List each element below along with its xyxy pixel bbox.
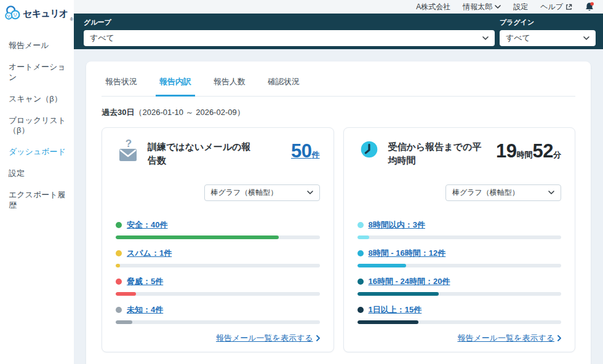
card-value-part: 50: [291, 140, 311, 162]
chevron-right-icon: [316, 335, 320, 341]
dashboard-card-0: ?訓練ではないメールの報告数50件棒グラフ（横軸型）安全：40件スパム：1件脅威…: [102, 127, 334, 352]
bar-label-text: 8時間以内：3件: [369, 220, 425, 231]
bar-group: 脅威：5件: [116, 276, 320, 296]
user-menu[interactable]: 情報太郎: [463, 2, 501, 12]
bar-group: 8時間以内：3件: [357, 220, 562, 239]
bar-track: [357, 320, 562, 324]
help-label: ヘルプ: [540, 2, 563, 12]
bar-label-text: 1日以上：15件: [369, 304, 422, 315]
tab-1[interactable]: 報告内訳: [156, 69, 195, 97]
registered-mark: ®: [70, 17, 73, 23]
bar-color-dot: [116, 279, 122, 285]
bar-color-dot: [357, 307, 364, 313]
bar-label-link[interactable]: 16時間 - 24時間：20件: [357, 276, 450, 287]
card-title: 訓練ではないメールの報告数: [148, 140, 251, 167]
group-select[interactable]: すべて: [84, 30, 495, 46]
dashboard-card-1: 受信から報告までの平均時間19時間52分棒グラフ（横軸型）8時間以内：3件8時間…: [343, 127, 576, 352]
bar-label-link[interactable]: 8時間 - 16時間：12件: [357, 248, 446, 259]
user-name: 情報太郎: [463, 2, 492, 12]
sidebar-item-3[interactable]: ブロックリスト（β）: [0, 110, 74, 142]
bar-fill: [116, 235, 279, 239]
card-value-part: 52: [533, 140, 553, 162]
bar-fill: [357, 264, 407, 267]
bar-label-link[interactable]: 安全：40件: [116, 220, 167, 231]
card-footer: 報告メール一覧を表示する: [357, 333, 562, 344]
bar-track: [116, 292, 320, 296]
help-link[interactable]: ヘルプ: [540, 2, 572, 12]
logo[interactable]: セキュリオ ®: [0, 0, 74, 26]
bar-label-link[interactable]: スパム：1件: [116, 248, 172, 259]
chevron-down-icon: [482, 36, 489, 40]
sidebar-item-0[interactable]: 報告メール: [0, 35, 74, 57]
bar-group: 8時間 - 16時間：12件: [357, 248, 562, 267]
company-name: A株式会社: [416, 2, 450, 12]
bar-label-link[interactable]: 1日以上：15件: [357, 304, 422, 315]
sidebar-item-6[interactable]: エクスポート履歴: [0, 184, 74, 216]
bar-color-dot: [116, 250, 122, 256]
sidebar-item-1[interactable]: オートメーション: [0, 57, 74, 89]
chevron-right-icon: [557, 335, 561, 341]
card-value-part: 時間: [517, 150, 533, 159]
svg-text:?: ?: [126, 138, 132, 149]
bar-fill: [116, 264, 120, 267]
card-total-value: 19時間52分: [496, 140, 561, 162]
chart-type-row: 棒グラフ（横軸型）: [357, 184, 562, 201]
plugin-select[interactable]: すべて: [500, 30, 596, 46]
sidebar: セキュリオ ® 報告メールオートメーションスキャン（β）ブロックリスト（β）ダッ…: [0, 0, 74, 364]
report-mail-list-link[interactable]: 報告メール一覧を表示する: [216, 333, 320, 344]
plugin-filter-label: プラグイン: [500, 18, 596, 27]
chevron-down-icon: [307, 191, 313, 194]
sidebar-item-4[interactable]: ダッシュボード: [0, 141, 74, 163]
card-value-part: 19: [496, 140, 516, 162]
bar-label-link[interactable]: 未知：4件: [116, 304, 163, 315]
clock-icon: [357, 138, 381, 161]
period-range: （2026-01-10 ～ 2026-02-09）: [134, 108, 244, 117]
top-header: A株式会社 情報太郎 設定 ヘルプ: [74, 0, 603, 14]
bar-color-dot: [357, 279, 364, 285]
group-select-value: すべて: [90, 33, 114, 44]
external-link-icon: [565, 4, 572, 10]
bar-track: [116, 320, 320, 324]
bar-track: [357, 292, 562, 296]
chart-type-value: 棒グラフ（横軸型）: [452, 188, 519, 198]
tab-0[interactable]: 報告状況: [102, 69, 141, 97]
card-total-link[interactable]: 50件: [291, 140, 319, 162]
bar-label-text: 16時間 - 24時間：20件: [369, 276, 450, 287]
main-area: A株式会社 情報太郎 設定 ヘルプ: [74, 0, 603, 364]
sidebar-item-5[interactable]: 設定: [0, 163, 74, 184]
period-days: 過去30日: [102, 108, 134, 117]
bar-label-link[interactable]: 8時間以内：3件: [357, 220, 425, 231]
period-label: 過去30日（2026-01-10 ～ 2026-02-09）: [102, 107, 575, 118]
report-mail-list-link[interactable]: 報告メール一覧を表示する: [457, 333, 561, 344]
tab-3[interactable]: 確認状況: [264, 69, 303, 97]
card-value-part: 件: [312, 150, 320, 159]
app-root: セキュリオ ® 報告メールオートメーションスキャン（β）ブロックリスト（β）ダッ…: [0, 0, 603, 364]
bar-group: 16時間 - 24時間：20件: [357, 276, 562, 296]
plugin-select-value: すべて: [506, 33, 530, 44]
bar-color-dot: [357, 222, 364, 228]
bar-label-link[interactable]: 脅威：5件: [116, 276, 163, 287]
cards-row: ?訓練ではないメールの報告数50件棒グラフ（横軸型）安全：40件スパム：1件脅威…: [102, 127, 575, 352]
chart-type-row: 棒グラフ（横軸型）: [116, 184, 320, 201]
mail-question-icon: ?: [116, 138, 140, 164]
bar-track: [116, 235, 320, 239]
card-value-part: 分: [553, 150, 561, 159]
bar-color-dot: [116, 222, 122, 228]
bar-track: [357, 235, 562, 239]
chart-type-select[interactable]: 棒グラフ（横軸型）: [204, 184, 320, 201]
card-header: 受信から報告までの平均時間19時間52分: [357, 140, 562, 167]
sidebar-nav: 報告メールオートメーションスキャン（β）ブロックリスト（β）ダッシュボード設定エ…: [0, 35, 74, 216]
chart-type-value: 棒グラフ（横軸型）: [211, 188, 278, 198]
notification-bell-icon[interactable]: [585, 2, 594, 12]
tab-bar: 報告状況報告内訳報告人数確認状況: [102, 69, 575, 97]
bar-fill: [357, 320, 418, 324]
dashboard-panel: 報告状況報告内訳報告人数確認状況 過去30日（2026-01-10 ～ 2026…: [86, 61, 591, 364]
bar-color-dot: [357, 250, 364, 256]
tab-2[interactable]: 報告人数: [210, 69, 249, 97]
bar-label-text: スパム：1件: [127, 248, 172, 259]
group-filter-label: グループ: [84, 18, 495, 27]
sidebar-item-2[interactable]: スキャン（β）: [0, 89, 74, 110]
settings-link[interactable]: 設定: [513, 2, 528, 12]
bar-label-text: 未知：4件: [127, 304, 163, 315]
chart-type-select[interactable]: 棒グラフ（横軸型）: [445, 184, 561, 201]
